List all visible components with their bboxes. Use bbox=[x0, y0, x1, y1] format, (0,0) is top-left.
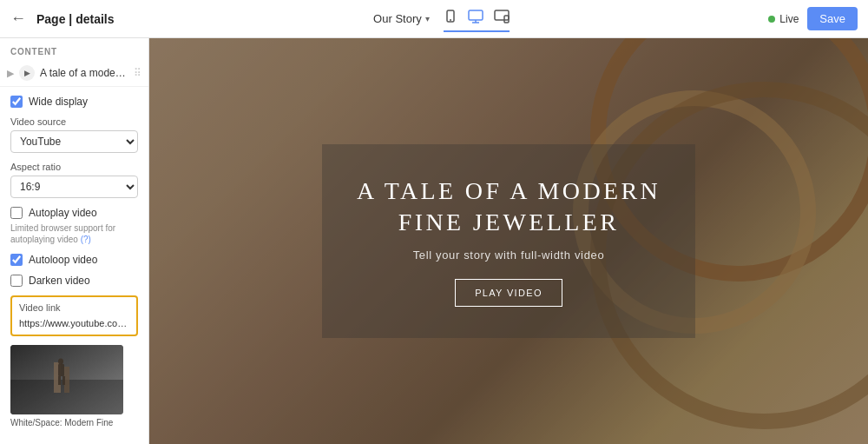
darken-checkbox[interactable] bbox=[10, 275, 23, 287]
page-title: Page | details bbox=[36, 12, 115, 26]
video-link-input[interactable] bbox=[19, 318, 129, 328]
play-video-button[interactable]: PLAY VIDEO bbox=[455, 279, 562, 307]
topbar-right: Live Save bbox=[768, 7, 858, 30]
topbar-center: Our Story ▾ bbox=[125, 10, 759, 29]
autoplay-group: Autoplay video Limited browser support f… bbox=[10, 207, 138, 245]
thumbnail-image bbox=[10, 345, 123, 414]
wide-display-label: Wide display bbox=[29, 96, 88, 108]
topbar: ← Page | details Our Story ▾ Live Save bbox=[0, 0, 868, 38]
autoplay-label: Autoplay video bbox=[29, 207, 97, 219]
content-item-label: A tale of a modern ... bbox=[40, 67, 128, 79]
mobile-icon[interactable] bbox=[444, 10, 457, 27]
video-link-group: Video link bbox=[10, 295, 138, 336]
hero-background: A TALE OF A MODERN FINE JEWELLER Tell yo… bbox=[149, 38, 868, 444]
thumbnail-container: White/Space: Modern Fine bbox=[10, 345, 138, 427]
svg-rect-13 bbox=[58, 376, 61, 385]
thumbnail-caption: White/Space: Modern Fine bbox=[10, 418, 138, 427]
aspect-ratio-label: Aspect ratio bbox=[10, 162, 138, 172]
video-thumbnail bbox=[10, 345, 123, 414]
hero-subtitle: Tell your story with full-width video bbox=[357, 249, 661, 262]
hero-title-line2: FINE JEWELLER bbox=[398, 209, 619, 235]
chevron-down-icon: ▾ bbox=[425, 14, 430, 23]
svg-rect-14 bbox=[62, 376, 65, 385]
device-icons bbox=[444, 10, 510, 32]
page-selector-label: Our Story bbox=[373, 12, 422, 25]
svg-rect-12 bbox=[58, 364, 64, 376]
live-label: Live bbox=[779, 13, 799, 25]
hero-content: A TALE OF A MODERN FINE JEWELLER Tell yo… bbox=[322, 144, 695, 339]
live-badge: Live bbox=[768, 13, 799, 25]
video-link-label: Video link bbox=[19, 302, 129, 313]
responsive-icon[interactable] bbox=[494, 10, 510, 27]
wide-display-checkbox[interactable] bbox=[10, 96, 23, 108]
page-selector[interactable]: Our Story ▾ bbox=[373, 12, 430, 25]
autoplay-checkbox[interactable] bbox=[10, 207, 23, 219]
svg-rect-2 bbox=[469, 10, 483, 20]
main-layout: CONTENT ▶ ▶ A tale of a modern ... ⠿ Wid… bbox=[0, 38, 868, 444]
content-item[interactable]: ▶ ▶ A tale of a modern ... ⠿ bbox=[0, 60, 148, 87]
hero-title: A TALE OF A MODERN FINE JEWELLER bbox=[357, 176, 661, 239]
preview-area: A TALE OF A MODERN FINE JEWELLER Tell yo… bbox=[149, 38, 868, 444]
darken-label: Darken video bbox=[29, 275, 90, 287]
wide-display-row: Wide display bbox=[10, 96, 138, 108]
desktop-icon[interactable] bbox=[468, 10, 483, 27]
video-source-select[interactable]: YouTube Vimeo Custom bbox=[10, 130, 138, 153]
svg-point-11 bbox=[58, 359, 63, 365]
toggle-icon: ▶ bbox=[7, 68, 14, 79]
autoloop-row: Autoloop video bbox=[10, 254, 138, 266]
aspect-ratio-select[interactable]: 16:9 4:3 1:1 bbox=[10, 176, 138, 198]
autoloop-label: Autoloop video bbox=[29, 254, 97, 266]
autoplay-row: Autoplay video bbox=[10, 207, 138, 219]
video-source-group: Video source YouTube Vimeo Custom bbox=[10, 116, 138, 153]
autoplay-help-link[interactable]: (?) bbox=[81, 235, 91, 244]
content-section-label: CONTENT bbox=[0, 38, 148, 60]
darken-row: Darken video bbox=[10, 275, 138, 287]
video-source-label: Video source bbox=[10, 116, 138, 127]
sidebar: CONTENT ▶ ▶ A tale of a modern ... ⠿ Wid… bbox=[0, 38, 149, 444]
settings-panel: Wide display Video source YouTube Vimeo … bbox=[0, 87, 148, 436]
play-icon: ▶ bbox=[19, 65, 35, 81]
live-dot bbox=[768, 16, 775, 23]
autoplay-help: Limited browser support for autoplaying … bbox=[10, 222, 138, 245]
hero-title-line1: A TALE OF A MODERN bbox=[357, 177, 661, 204]
back-button[interactable]: ← bbox=[10, 10, 26, 28]
svg-rect-6 bbox=[504, 16, 509, 23]
aspect-ratio-group: Aspect ratio 16:9 4:3 1:1 bbox=[10, 162, 138, 198]
autoloop-checkbox[interactable] bbox=[10, 254, 23, 266]
save-button[interactable]: Save bbox=[807, 7, 858, 30]
drag-handle-icon[interactable]: ⠿ bbox=[134, 67, 141, 79]
